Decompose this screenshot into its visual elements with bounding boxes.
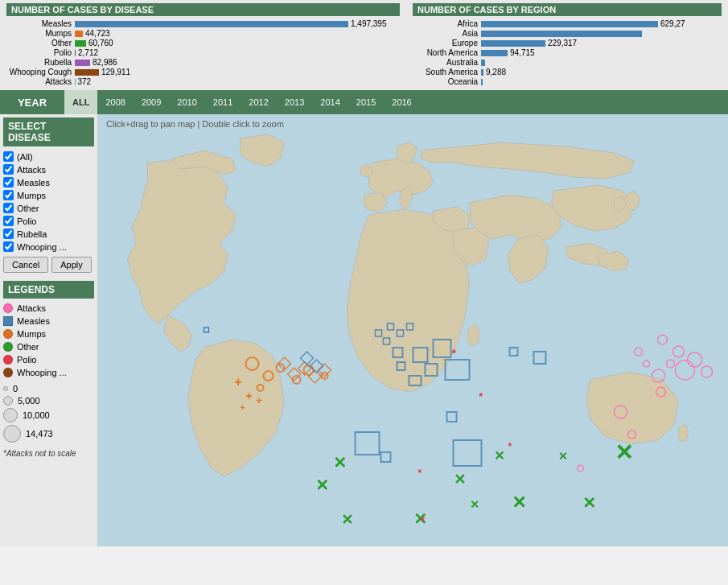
year-tab-ALL[interactable]: ALL [64,90,97,114]
legend-dot [3,355,13,365]
svg-text:✕: ✕ [470,498,479,511]
disease-bar-row: Mumps 44,723 [6,29,400,38]
disease-bar-row: Polio 2,712 [6,48,400,57]
map-area[interactable]: Click+drag to pan map | Double click to … [98,114,728,546]
region-bar-row: Africa 629,27 [413,19,722,28]
disease-checkbox[interactable] [3,151,14,162]
bar [481,40,545,47]
disease-checkbox[interactable] [3,216,14,226]
region-bar-row: North America 94,715 [413,48,722,57]
region-bar-row: Europe 229,317 [413,39,722,47]
apply-button[interactable]: Apply [51,257,92,273]
legend-measles: Measles [3,316,94,326]
bar-label: South America [413,68,481,76]
region-bar-row: Asia [413,29,722,38]
bar-label: Measles [6,19,75,28]
bar [75,21,348,27]
svg-text:✕: ✕ [558,450,568,463]
bar-value: 129,911 [101,68,130,76]
year-tab-2010[interactable]: 2010 [169,90,204,114]
bar-label: Whooping Cough [6,68,75,76]
disease-bar-row: Attacks 372 [6,77,400,86]
svg-text:✕: ✕ [333,454,347,472]
disease-checkbox[interactable] [3,203,14,213]
svg-text:✕: ✕ [615,440,633,465]
disease-label: Measles [17,178,50,187]
year-tab-2013[interactable]: 2013 [277,90,312,114]
size-circle [3,425,21,443]
disease-checkbox[interactable] [3,241,14,252]
size-label: 5,000 [18,396,40,406]
disease-checkbox[interactable] [3,229,14,239]
bar [481,21,658,27]
checkbox-attacks[interactable]: Attacks [3,164,94,175]
checkbox-measles[interactable]: Measles [3,177,94,187]
year-label: YEAR [0,97,64,109]
disease-bar-row: Other 60,760 [6,39,400,47]
world-map[interactable]: + + + + ✕ ✕ ✕ ✕ ✕ ✕ ✕ ✕ ✕ ✕ ✕ [98,114,728,546]
checkbox-rubella[interactable]: Rubella [3,229,94,239]
disease-bar-row: Rubella 82,986 [6,58,400,67]
year-tab-2011[interactable]: 2011 [205,90,241,114]
bar-value: 2,712 [78,48,98,57]
year-bar: YEAR ALL20082009201020112012201320142015… [0,90,728,114]
bar-label: Africa [413,19,481,28]
svg-text:*: * [479,391,483,402]
cancel-button[interactable]: Cancel [3,257,48,273]
bar [481,60,485,66]
region-bars: Africa 629,27 Asia Europe 229,317 North … [413,19,722,86]
svg-text:+: + [241,403,245,412]
checkbox-polio[interactable]: Polio [3,216,94,226]
bar-label: North America [413,48,481,57]
attacks-note: *Attacks not to scale [3,449,94,458]
bar-label: Polio [6,48,75,57]
legend-label: Mumps [17,329,46,339]
disease-label: Attacks [17,165,46,175]
svg-text:*: * [508,441,512,452]
legend-other: Other [3,342,94,352]
bar [75,60,90,66]
size-row: 5,000 [3,396,94,406]
checkbox-whooping[interactable]: Whooping ... [3,241,94,252]
disease-checkbox[interactable] [3,177,14,187]
legend-whooping ...: Whooping ... [3,368,94,377]
bar [75,31,83,37]
size-label: 0 [13,384,18,393]
disease-label: Polio [17,216,36,226]
checkbox-other[interactable]: Other [3,203,94,213]
year-tab-2012[interactable]: 2012 [241,90,276,114]
year-tab-2014[interactable]: 2014 [312,90,348,114]
svg-text:✕: ✕ [512,492,526,513]
size-row: 14,473 [3,425,94,443]
region-bar-row: Oceania [413,77,722,86]
year-tab-2008[interactable]: 2008 [97,90,133,114]
bar [481,69,483,76]
bar-value: 60,760 [88,39,113,47]
bar [481,79,483,85]
disease-checkboxes: (All)AttacksMeaslesMumpsOtherPolioRubell… [3,151,94,252]
map-hint: Click+drag to pan map | Double click to … [106,119,284,129]
disease-bar-row: Measles 1,497,395 [6,19,400,28]
disease-checkbox[interactable] [3,164,14,175]
bar [481,50,508,56]
disease-checkbox[interactable] [3,190,14,200]
bar-value: 82,986 [93,58,117,67]
year-tab-2016[interactable]: 2016 [384,90,419,114]
disease-label: Mumps [17,191,46,200]
bar-label: Europe [413,39,481,47]
region-bar-row: Australia [413,58,722,67]
checkbox-mumps[interactable]: Mumps [3,190,94,200]
bar-label: Mumps [6,29,75,38]
svg-text:+: + [257,395,262,406]
year-tab-2015[interactable]: 2015 [348,90,384,114]
right-chart-title: NUMBER OF CASES BY REGION [413,3,722,16]
bar-value: 94,715 [510,48,535,57]
svg-text:*: * [421,514,426,527]
size-legend: 0 5,000 10,000 14,473 [3,384,94,443]
year-tab-2009[interactable]: 2009 [134,90,169,114]
disease-label: (All) [17,152,33,162]
legend-label: Other [17,342,39,352]
bar [75,79,76,85]
left-chart-title: NUMBER OF CASES BY DISEASE [6,3,400,16]
checkbox-all[interactable]: (All) [3,151,94,162]
